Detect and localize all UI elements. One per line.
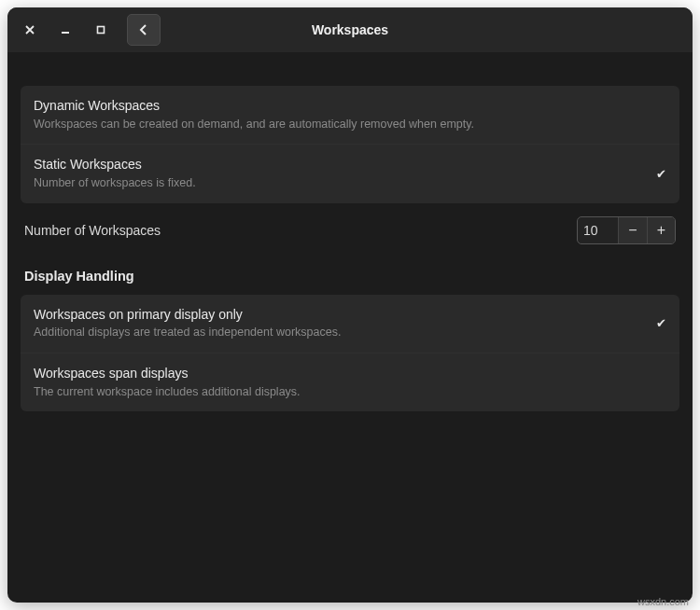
option-title: Workspaces span displays [34, 365, 648, 383]
titlebar: Workspaces [7, 7, 693, 52]
option-dynamic-workspaces[interactable]: Dynamic Workspaces Workspaces can be cre… [21, 86, 679, 144]
minimize-icon [61, 25, 70, 35]
chevron-left-icon [139, 24, 148, 35]
checkmark-icon: ✔ [648, 167, 666, 181]
num-workspaces-input[interactable] [578, 217, 619, 243]
option-title: Dynamic Workspaces [34, 97, 648, 116]
increment-button[interactable]: + [647, 217, 675, 243]
display-handling-heading: Display Handling [21, 250, 679, 285]
maximize-icon [96, 25, 105, 35]
num-workspaces-label: Number of Workspaces [24, 223, 577, 238]
option-description: The current workspace includes additiona… [34, 383, 648, 401]
minimize-button[interactable] [49, 16, 82, 44]
option-span-displays[interactable]: Workspaces span displays The current wor… [21, 353, 679, 411]
option-description: Workspaces can be created on demand, and… [34, 116, 648, 133]
option-title: Static Workspaces [34, 156, 648, 174]
workspaces-mode-group: Dynamic Workspaces Workspaces can be cre… [21, 86, 679, 203]
settings-window: Workspaces Dynamic Workspaces Workspaces… [7, 7, 693, 603]
maximize-button[interactable] [84, 16, 118, 44]
display-handling-group: Workspaces on primary display only Addit… [21, 295, 679, 412]
option-description: Number of workspaces is fixed. [34, 174, 648, 192]
back-button[interactable] [127, 14, 161, 46]
option-description: Additional displays are treated as indep… [34, 324, 648, 341]
content-area: Dynamic Workspaces Workspaces can be cre… [7, 52, 693, 603]
close-button[interactable] [13, 16, 47, 44]
option-static-workspaces[interactable]: Static Workspaces Number of workspaces i… [21, 144, 679, 202]
num-workspaces-stepper: − + [577, 216, 676, 244]
option-primary-display-only[interactable]: Workspaces on primary display only Addit… [21, 295, 679, 353]
option-title: Workspaces on primary display only [34, 306, 648, 325]
watermark: wsxdn.com [637, 596, 689, 607]
close-icon [25, 25, 35, 35]
decrement-button[interactable]: − [619, 217, 647, 243]
num-workspaces-row: Number of Workspaces − + [21, 203, 679, 250]
checkmark-icon: ✔ [648, 316, 666, 330]
svg-rect-1 [98, 27, 105, 34]
window-controls [13, 14, 161, 46]
